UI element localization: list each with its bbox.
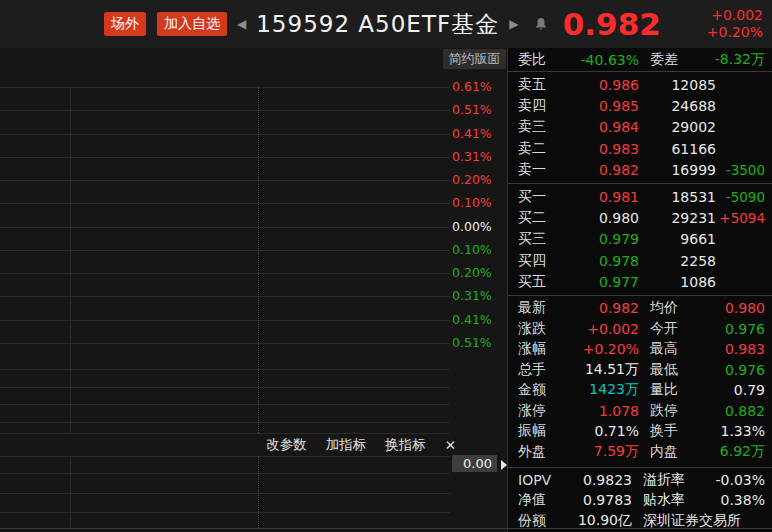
simple-layout-button[interactable]: 简约版面 bbox=[443, 49, 506, 69]
level-price: 0.980 bbox=[560, 210, 639, 226]
level-price: 0.985 bbox=[560, 98, 639, 114]
order-level-row[interactable]: 买五0.9771086 bbox=[508, 272, 772, 293]
level-price: 0.978 bbox=[560, 253, 639, 269]
order-level-row[interactable]: 买四0.9782258 bbox=[508, 250, 772, 271]
level-label: 买一 bbox=[518, 188, 560, 206]
level-volume: 1086 bbox=[639, 274, 716, 290]
stat-row: 金额1423万量比0.79 bbox=[508, 380, 772, 401]
gridline bbox=[0, 157, 450, 158]
order-level-row[interactable]: 买三0.9799661 bbox=[508, 229, 772, 250]
gridline bbox=[258, 456, 259, 528]
stat-label: 涨幅 bbox=[518, 340, 560, 358]
stat-label: 振幅 bbox=[518, 422, 560, 440]
divider bbox=[508, 467, 772, 468]
gridline bbox=[0, 250, 450, 251]
otc-button[interactable]: 场外 bbox=[104, 12, 146, 36]
gridline bbox=[258, 87, 259, 433]
stat-value: +0.20% bbox=[560, 341, 639, 357]
level-label: 买四 bbox=[518, 252, 560, 270]
level-volume: 2258 bbox=[639, 253, 716, 269]
stat-row: 外盘7.59万内盘6.92万 bbox=[508, 441, 772, 462]
stat-row: IOPV0.9823溢折率-0.03% bbox=[508, 470, 772, 490]
order-level-row[interactable]: 卖一0.98216999-3500 bbox=[508, 160, 772, 181]
level-volume: 16999 bbox=[639, 162, 716, 178]
order-level-row[interactable]: 买一0.98118531-5090 bbox=[508, 186, 772, 207]
stat-label: 金额 bbox=[518, 381, 560, 399]
gridline bbox=[0, 456, 450, 457]
stat-label: 涨停 bbox=[518, 402, 560, 420]
stat-label: 均价 bbox=[650, 299, 706, 317]
fund-info-section: IOPV0.9823溢折率-0.03%净值0.9783贴水率0.38%份额10.… bbox=[508, 470, 772, 531]
alert-bell-icon[interactable] bbox=[534, 17, 548, 31]
price-change: +0.002 bbox=[711, 7, 763, 24]
stat-value: +0.002 bbox=[560, 321, 639, 337]
toolbar-item-0[interactable]: 改参数 bbox=[266, 436, 307, 454]
level-price: 0.977 bbox=[560, 274, 639, 290]
level-volume: 61166 bbox=[639, 141, 716, 157]
level-label: 卖五 bbox=[518, 76, 560, 94]
close-indicator-icon[interactable]: ✕ bbox=[445, 437, 456, 453]
add-watchlist-button[interactable]: 加入自选 bbox=[157, 12, 227, 36]
stat-value: 1423万 bbox=[560, 381, 639, 399]
stat-value: 10.90亿 bbox=[560, 512, 632, 530]
level-price: 0.979 bbox=[560, 231, 639, 247]
bottom-border bbox=[0, 528, 772, 529]
gridline bbox=[0, 203, 450, 204]
divider bbox=[508, 295, 772, 296]
gridline bbox=[70, 456, 71, 528]
prev-stock-arrow-icon[interactable]: ◀ bbox=[237, 17, 246, 31]
stat-value: 0.983 bbox=[706, 341, 765, 357]
stat-value: 0.9783 bbox=[560, 492, 632, 508]
level-label: 买五 bbox=[518, 273, 560, 291]
gridline bbox=[0, 134, 450, 135]
stat-row: 涨跌+0.002今开0.976 bbox=[508, 318, 772, 339]
axis-label: 0.31% bbox=[452, 289, 506, 303]
stat-value: 6.92万 bbox=[706, 443, 765, 461]
next-stock-arrow-icon[interactable]: ▶ bbox=[509, 17, 518, 31]
stat-value: 0.982 bbox=[560, 300, 639, 316]
stat-label: 溢折率 bbox=[643, 471, 685, 489]
order-level-row[interactable]: 卖四0.98524688 bbox=[508, 95, 772, 116]
stat-label: 量比 bbox=[650, 381, 706, 399]
stat-label: 最高 bbox=[650, 340, 706, 358]
axis-label: 0.20% bbox=[452, 266, 506, 280]
stat-label: 内盘 bbox=[650, 443, 706, 461]
gridline bbox=[70, 87, 71, 433]
stat-value: 0.976 bbox=[706, 321, 765, 337]
level-volume: 24688 bbox=[639, 98, 716, 114]
level-volume: 29002 bbox=[639, 119, 716, 135]
quote-panel: 委比 -40.63% 委差 -8.32万 卖五0.98612085卖四0.985… bbox=[507, 48, 772, 532]
gridline bbox=[0, 433, 450, 434]
axis-label: 0.41% bbox=[452, 313, 506, 327]
order-level-row[interactable]: 买二0.98029231+5094 bbox=[508, 207, 772, 228]
stat-value: 0.9823 bbox=[560, 472, 632, 488]
divider bbox=[508, 183, 772, 184]
stat-label: 贴水率 bbox=[643, 491, 685, 509]
level-label: 卖一 bbox=[518, 161, 560, 179]
order-level-row[interactable]: 卖五0.98612085 bbox=[508, 74, 772, 95]
intraday-chart[interactable]: 0.61%0.51%0.41%0.31%0.20%0.10%0.00%0.10%… bbox=[0, 48, 507, 532]
stat-row: 涨幅+0.20%最高0.983 bbox=[508, 339, 772, 360]
axis-label: 0.10% bbox=[452, 196, 506, 210]
gridline bbox=[0, 422, 450, 423]
gridline bbox=[0, 512, 450, 513]
level-price: 0.986 bbox=[560, 77, 639, 93]
stat-value: 1.33% bbox=[706, 423, 765, 439]
weibi-value: -40.63% bbox=[560, 52, 639, 68]
toolbar-item-1[interactable]: 加指标 bbox=[326, 436, 367, 454]
gridline bbox=[0, 473, 450, 474]
gridline bbox=[0, 493, 450, 494]
order-level-row[interactable]: 卖二0.98361166 bbox=[508, 138, 772, 159]
stat-label: IOPV bbox=[518, 472, 560, 488]
indicator-value: 0.00 bbox=[452, 455, 497, 472]
stat-row: 总手14.51万最低0.976 bbox=[508, 359, 772, 380]
order-level-row[interactable]: 卖三0.98429002 bbox=[508, 117, 772, 138]
gridline bbox=[0, 387, 450, 388]
level-change: -5090 bbox=[716, 189, 765, 205]
toolbar-item-2[interactable]: 换指标 bbox=[385, 436, 426, 454]
stat-value: 14.51万 bbox=[560, 361, 639, 379]
gridline bbox=[0, 296, 450, 297]
stat-value: 0.38% bbox=[685, 492, 765, 508]
gridline bbox=[0, 369, 450, 370]
weicha-value: -8.32万 bbox=[692, 51, 765, 69]
